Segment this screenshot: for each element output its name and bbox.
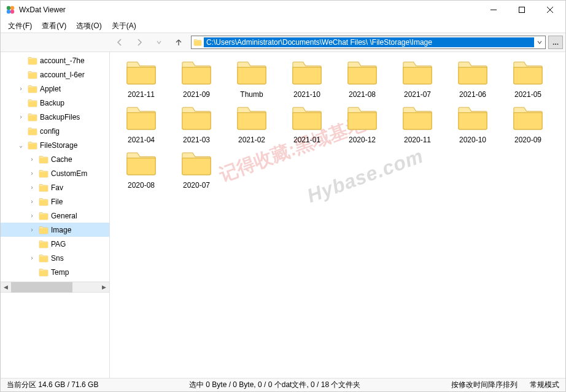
folder-name: 2021-08: [349, 90, 376, 99]
folder-tree[interactable]: account_-7heaccount_l-6er›AppletBackup›B…: [1, 52, 109, 282]
folder-name: 2020-10: [459, 136, 486, 144]
scroll-thumb[interactable]: [11, 282, 72, 293]
folder-icon: [346, 60, 378, 85]
menu-about[interactable]: 关于(A): [107, 20, 141, 33]
tree-item-label: Fav: [51, 183, 63, 192]
nav-up-button[interactable]: [170, 35, 187, 50]
folder-item[interactable]: 2020-07: [174, 150, 219, 190]
chevron-right-icon[interactable]: ›: [28, 170, 36, 177]
folder-name: 2020-08: [128, 181, 155, 190]
folder-icon: [457, 60, 489, 85]
folder-item[interactable]: Thumb: [229, 60, 274, 99]
folder-item[interactable]: 2021-05: [505, 60, 551, 99]
status-mode: 常规模式: [524, 380, 565, 390]
chevron-right-icon[interactable]: ›: [17, 113, 25, 120]
maximize-button[interactable]: [508, 1, 536, 19]
folder-item[interactable]: 2021-03: [174, 105, 219, 144]
folder-item[interactable]: 2020-09: [505, 105, 551, 144]
address-path[interactable]: C:\Users\Administrator\Documents\WeChat …: [204, 37, 534, 47]
tree-item[interactable]: ›Fav: [1, 180, 109, 194]
folder-icon: [125, 60, 157, 85]
tree-item[interactable]: ›Sns: [1, 251, 109, 265]
menu-view[interactable]: 查看(V): [37, 20, 71, 33]
tree-item[interactable]: config: [1, 124, 109, 138]
address-bar[interactable]: C:\Users\Administrator\Documents\WeChat …: [191, 36, 546, 49]
chevron-right-icon[interactable]: ›: [17, 85, 25, 92]
tree-item[interactable]: account_l-6er: [1, 67, 109, 82]
tree-item[interactable]: PAG: [1, 237, 109, 251]
tree-item[interactable]: ›Image: [1, 223, 109, 237]
folder-icon: [291, 60, 323, 85]
tree-item-label: BackupFiles: [40, 113, 80, 121]
nav-back-button[interactable]: [111, 35, 128, 50]
sidebar: account_-7heaccount_l-6er›AppletBackup›B…: [1, 52, 110, 378]
chevron-right-icon[interactable]: ›: [28, 255, 36, 261]
folder-icon: [401, 60, 433, 85]
tree-item[interactable]: ›Applet: [1, 82, 109, 96]
minimize-button[interactable]: [479, 1, 508, 19]
chevron-right-icon[interactable]: ›: [28, 184, 36, 191]
menu-file[interactable]: 文件(F): [3, 20, 37, 33]
tree-item-label: File: [51, 198, 63, 206]
nav-forward-button[interactable]: [131, 35, 148, 50]
sidebar-hscrollbar[interactable]: ◀ ▶: [1, 282, 109, 292]
menubar: 文件(F) 查看(V) 选项(O) 关于(A): [1, 19, 565, 33]
tree-item[interactable]: ›General: [1, 209, 109, 223]
chevron-right-icon[interactable]: ›: [28, 156, 36, 163]
folder-icon: [28, 85, 37, 93]
folder-icon: [346, 105, 378, 131]
folder-name: 2021-05: [514, 90, 541, 99]
svg-point-0: [7, 6, 10, 10]
folder-icon: [512, 105, 544, 131]
folder-item[interactable]: 2021-04: [118, 105, 164, 144]
scroll-right-arrow[interactable]: ▶: [99, 282, 109, 293]
tree-item[interactable]: ›File: [1, 194, 109, 209]
folder-name: 2020-12: [349, 136, 376, 144]
svg-point-1: [10, 6, 14, 10]
scroll-left-arrow[interactable]: ◀: [1, 282, 11, 293]
folder-view[interactable]: 记得收藏:黑域基地 Hybase.com 2021-112021-09Thumb…: [110, 52, 565, 378]
tree-item[interactable]: Backup: [1, 96, 109, 110]
folder-icon: [39, 212, 48, 220]
chevron-right-icon[interactable]: ›: [28, 198, 36, 205]
tree-item[interactable]: Temp: [1, 265, 109, 279]
status-sort: 按修改时间降序排列: [445, 380, 524, 390]
folder-item[interactable]: 2020-08: [118, 150, 164, 190]
address-dropdown-icon[interactable]: [534, 36, 545, 48]
folder-icon: [39, 226, 48, 234]
close-button[interactable]: [536, 1, 564, 19]
folder-icon: [28, 99, 37, 107]
folder-item[interactable]: 2021-09: [174, 60, 219, 99]
tree-item[interactable]: ⌄FileStorage: [1, 138, 109, 152]
folder-icon: [28, 141, 37, 150]
folder-name: 2021-07: [404, 90, 431, 99]
tree-item[interactable]: account_-7he: [1, 53, 109, 67]
tree-item[interactable]: ›CustomEm: [1, 166, 109, 180]
nav-history-dropdown[interactable]: [150, 35, 168, 50]
folder-icon: [39, 254, 48, 263]
folder-name: 2021-02: [238, 136, 265, 144]
folder-name: 2020-11: [404, 136, 431, 144]
folder-icon: [236, 105, 268, 131]
chevron-down-icon[interactable]: ⌄: [17, 142, 25, 148]
folder-item[interactable]: 2021-02: [229, 105, 274, 144]
folder-icon: [28, 113, 37, 121]
chevron-right-icon[interactable]: ›: [28, 226, 36, 233]
folder-item[interactable]: 2021-01: [284, 105, 330, 144]
status-partition: 当前分区 14.6 GB / 71.6 GB: [1, 380, 104, 390]
folder-item[interactable]: 2020-11: [395, 105, 440, 144]
folder-item[interactable]: 2020-10: [450, 105, 495, 144]
folder-item[interactable]: 2020-12: [339, 105, 385, 144]
menu-options[interactable]: 选项(O): [71, 20, 106, 33]
chevron-right-icon[interactable]: ›: [28, 212, 36, 219]
tree-item[interactable]: ›Cache: [1, 152, 109, 166]
sidebar-preview-pane: [1, 292, 109, 378]
folder-item[interactable]: 2021-10: [284, 60, 330, 99]
folder-item[interactable]: 2021-07: [395, 60, 440, 99]
folder-item[interactable]: 2021-08: [339, 60, 385, 99]
folder-item[interactable]: 2021-11: [118, 60, 164, 99]
svg-rect-5: [519, 7, 525, 13]
folder-item[interactable]: 2021-06: [450, 60, 495, 99]
browse-button[interactable]: ...: [548, 36, 563, 49]
tree-item[interactable]: ›BackupFiles: [1, 110, 109, 124]
